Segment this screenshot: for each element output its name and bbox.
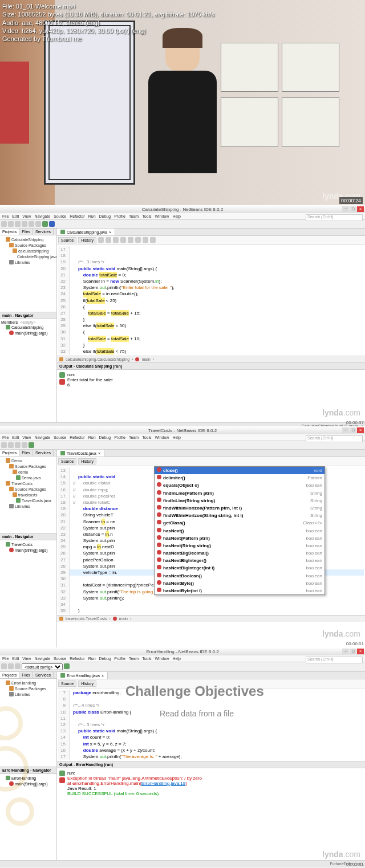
close-button[interactable]: × bbox=[357, 206, 364, 212]
menu-debug[interactable]: Debug bbox=[99, 214, 111, 218]
menu-navigate[interactable]: Navigate bbox=[34, 657, 50, 661]
toolbar-icon[interactable] bbox=[15, 663, 21, 669]
menu-refactor[interactable]: Refactor bbox=[70, 214, 84, 218]
new-project-icon[interactable] bbox=[8, 221, 14, 227]
editor-tab[interactable]: TravelCosts.java× bbox=[57, 450, 104, 457]
autocomplete-item[interactable]: hasNextByte(int i)boolean bbox=[155, 587, 325, 594]
run-indicator-icon[interactable] bbox=[59, 771, 65, 776]
tree-file[interactable]: Demo.java bbox=[1, 475, 55, 480]
files-tab[interactable]: Files bbox=[19, 229, 33, 235]
toolbar-icon[interactable] bbox=[1, 442, 7, 448]
menu-navigate[interactable]: Navigate bbox=[34, 435, 50, 439]
tree-pkg[interactable]: demo bbox=[1, 469, 55, 475]
editor-tab[interactable]: CalculateShipping.java× bbox=[57, 229, 115, 235]
nav-class[interactable]: CalculateShipping bbox=[1, 324, 55, 330]
menu-view[interactable]: View bbox=[22, 435, 31, 439]
debug-icon[interactable] bbox=[49, 221, 55, 227]
autocomplete-item[interactable]: findInLine(Pattern ptrn)String bbox=[155, 490, 325, 497]
toolbar-icon[interactable] bbox=[150, 237, 156, 243]
history-button[interactable]: History bbox=[78, 237, 96, 243]
close-button[interactable]: × bbox=[357, 427, 364, 433]
autocomplete-item[interactable]: getClass()Class<?> bbox=[155, 519, 325, 527]
close-button[interactable]: × bbox=[357, 649, 364, 654]
quick-search[interactable]: Search (Ctrl+I) bbox=[306, 657, 363, 663]
menu-refactor[interactable]: Refactor bbox=[70, 435, 84, 439]
services-tab[interactable]: Services bbox=[33, 229, 54, 235]
toolbar-icon[interactable] bbox=[128, 237, 133, 243]
menu-file[interactable]: File bbox=[2, 435, 9, 439]
menu-tools[interactable]: Tools bbox=[142, 214, 151, 218]
menu-window[interactable]: Window bbox=[155, 657, 169, 661]
autocomplete-item[interactable]: hasNextBigInteger()boolean bbox=[155, 557, 325, 564]
undo-icon[interactable] bbox=[29, 221, 34, 227]
toolbar-icon[interactable] bbox=[15, 442, 21, 448]
menu-edit[interactable]: Edit bbox=[12, 435, 19, 439]
autocomplete-item[interactable]: findWithinHorizon(String string, int i)S… bbox=[155, 512, 325, 519]
toolbar-icon[interactable] bbox=[98, 237, 104, 243]
menu-help[interactable]: Help bbox=[172, 657, 180, 661]
tree-packages[interactable]: Source Packages bbox=[1, 242, 55, 248]
minimize-button[interactable]: − bbox=[342, 649, 349, 654]
files-tab[interactable]: Files bbox=[19, 450, 33, 456]
menu-run[interactable]: Run bbox=[88, 435, 96, 439]
menu-debug[interactable]: Debug bbox=[99, 435, 111, 439]
stop-icon[interactable] bbox=[59, 379, 65, 385]
tree-project[interactable]: Demo bbox=[1, 458, 55, 463]
autocomplete-item[interactable]: hasNext(String string)boolean bbox=[155, 542, 325, 549]
menu-source[interactable]: Source bbox=[54, 435, 66, 439]
menu-debug[interactable]: Debug bbox=[99, 657, 111, 661]
tree-packages[interactable]: Source Packages bbox=[1, 486, 55, 492]
menu-window[interactable]: Window bbox=[155, 214, 169, 218]
services-tab[interactable]: Services bbox=[33, 672, 54, 678]
tree-packages[interactable]: Source Packages bbox=[1, 463, 55, 469]
menu-source[interactable]: Source bbox=[54, 214, 66, 218]
breadcrumb-method[interactable]: main bbox=[141, 357, 150, 361]
history-button[interactable]: History bbox=[78, 680, 96, 687]
tree-project[interactable]: CalculateShipping bbox=[1, 237, 55, 242]
tree-libs[interactable]: Libraries bbox=[1, 691, 55, 697]
tree-libs[interactable]: Libraries bbox=[1, 259, 55, 265]
toolbar-icon[interactable] bbox=[113, 237, 119, 243]
open-icon[interactable] bbox=[15, 221, 21, 227]
maximize-button[interactable]: □ bbox=[350, 649, 356, 654]
menu-run[interactable]: Run bbox=[88, 214, 96, 218]
menu-profile[interactable]: Profile bbox=[114, 657, 125, 661]
tree-file[interactable]: TravelCosts.java bbox=[1, 498, 55, 503]
nav-class[interactable]: ErrorHandling bbox=[1, 775, 55, 781]
menu-team[interactable]: Team bbox=[129, 435, 139, 439]
menu-edit[interactable]: Edit bbox=[12, 657, 19, 661]
autocomplete-item[interactable]: hasNextBigDecimal()boolean bbox=[155, 549, 325, 557]
output-body[interactable]: run: Enter total for the sale: 6 bbox=[57, 370, 365, 404]
breadcrumb-class[interactable]: calculateshipping.CalculateShipping bbox=[66, 357, 129, 361]
menu-team[interactable]: Team bbox=[129, 657, 139, 661]
close-tab-icon[interactable]: × bbox=[109, 230, 111, 234]
menu-navigate[interactable]: Navigate bbox=[34, 214, 50, 218]
menu-view[interactable]: View bbox=[22, 214, 31, 218]
menu-file[interactable]: File bbox=[2, 657, 9, 661]
projects-tab[interactable]: Projects bbox=[0, 672, 19, 678]
toolbar-icon[interactable] bbox=[8, 663, 14, 669]
autocomplete-item[interactable]: delimiter()Pattern bbox=[155, 474, 325, 482]
save-icon[interactable] bbox=[22, 221, 27, 227]
run-icon[interactable] bbox=[29, 442, 34, 448]
history-button[interactable]: History bbox=[78, 458, 96, 464]
close-tab-icon[interactable]: × bbox=[98, 451, 100, 455]
autocomplete-item[interactable]: hasNext(Pattern ptrn)boolean bbox=[155, 535, 325, 542]
autocomplete-item[interactable]: equals(Object o)boolean bbox=[155, 482, 325, 489]
config-dropdown[interactable]: <default config> bbox=[22, 663, 63, 670]
menu-help[interactable]: Help bbox=[172, 214, 180, 218]
source-button[interactable]: Source bbox=[58, 237, 76, 243]
menu-profile[interactable]: Profile bbox=[114, 214, 125, 218]
run-icon[interactable] bbox=[42, 221, 48, 227]
maximize-button[interactable]: □ bbox=[350, 427, 356, 433]
code-editor[interactable]: 13 14 public static void 15// double dis… bbox=[57, 466, 365, 615]
nav-method[interactable]: main(String[] args) bbox=[1, 781, 55, 787]
toolbar-icon[interactable] bbox=[135, 237, 141, 243]
autocomplete-popup[interactable]: close()void delimiter()Pattern equals(Ob… bbox=[154, 466, 325, 595]
breadcrumb-method[interactable]: main bbox=[119, 617, 128, 621]
run-indicator-icon[interactable] bbox=[59, 372, 65, 378]
toolbar-icon[interactable] bbox=[22, 442, 27, 448]
error-link[interactable]: ErrorHandling.java:18 bbox=[141, 781, 185, 786]
source-button[interactable]: Source bbox=[58, 458, 76, 464]
menu-tools[interactable]: Tools bbox=[142, 435, 151, 439]
